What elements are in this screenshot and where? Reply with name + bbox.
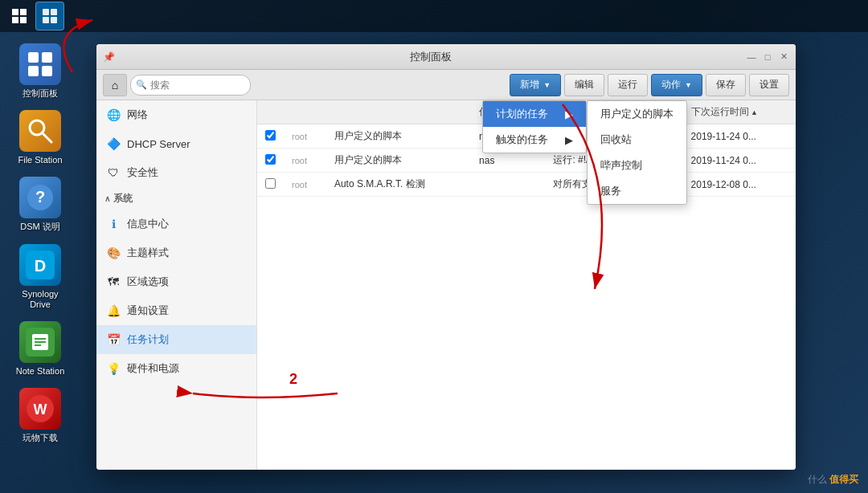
svg-text:?: ? — [35, 188, 45, 206]
window-title: 控制面板 — [115, 50, 746, 64]
action-menu-item-triggered[interactable]: 触发的任务 ▶ — [483, 127, 586, 153]
hardware-icon: 💡 — [106, 361, 121, 376]
taskplan-icon: 📅 — [106, 332, 121, 347]
sidebar-item-region-label: 区域选项 — [127, 275, 169, 289]
sidebar-item-infocenter[interactable]: ℹ 信息中心 — [96, 210, 256, 238]
svg-rect-9 — [42, 52, 52, 63]
action-menu-item-planned[interactable]: 计划的任务 ▶ — [483, 101, 586, 127]
controlpanel-icon — [19, 43, 61, 85]
sidebar-item-theme-label: 主题样式 — [127, 246, 169, 260]
col-nextrun[interactable]: 下次运行时间 — [683, 100, 796, 124]
sidebar: 🌐 网络 🔷 DHCP Server 🛡 安全性 ∧ 系统 ℹ 信息中 — [96, 100, 257, 470]
table-row[interactable]: root Auto S.M.A.R.T. 检测 对所有支持快速检... 2019… — [257, 173, 796, 197]
window-minimize-button[interactable]: — — [746, 51, 757, 63]
desktop-icon-dsmhelp[interactable]: ? DSM 说明 — [8, 173, 72, 235]
svg-rect-0 — [12, 9, 18, 15]
planned-label: 计划的任务 — [496, 107, 548, 121]
window-restore-button[interactable]: □ — [762, 51, 773, 63]
desktop-icon-filestation[interactable]: File Station — [8, 107, 72, 169]
new-dropdown-arrow: ▼ — [543, 81, 551, 89]
svg-rect-2 — [12, 17, 18, 23]
desktop-icon-youwu[interactable]: W 玩物下载 — [8, 385, 72, 446]
run-button[interactable]: 运行 — [608, 74, 648, 96]
desktop-icon-notestation[interactable]: Note Station — [8, 318, 72, 380]
sidebar-item-hardware[interactable]: 💡 硬件和电源 — [96, 354, 256, 383]
sidebar-item-dhcp[interactable]: 🔷 DHCP Server — [96, 129, 256, 158]
row-user-cell: root — [284, 173, 326, 197]
search-input[interactable] — [130, 75, 251, 96]
planned-arrow: ▶ — [565, 108, 573, 120]
watermark-prefix: 什么 — [808, 474, 827, 485]
main-content: 任务名称 动作 下次运行时间 root 用户定义的脚本 mail 运行: #!/… — [257, 100, 796, 470]
window-titlebar: 📌 控制面板 — □ ✕ — [96, 44, 796, 70]
youwu-icon: W — [19, 388, 61, 430]
col-enabled — [284, 100, 326, 124]
sidebar-item-security-label: 安全性 — [127, 165, 158, 180]
filestation-label: File Station — [18, 155, 62, 165]
synologydrive-icon: D — [19, 244, 61, 286]
sidebar-item-theme[interactable]: 🎨 主题样式 — [96, 238, 256, 267]
row-user-cell: root — [284, 124, 326, 149]
sub-menu-item-service[interactable]: 服务 — [588, 178, 686, 204]
sidebar-item-network[interactable]: 🌐 网络 — [96, 100, 256, 129]
settings-button-label: 设置 — [760, 78, 779, 92]
sidebar-item-notification[interactable]: 🔔 通知设置 — [96, 296, 256, 325]
notestation-label: Note Station — [16, 366, 65, 377]
svg-rect-3 — [20, 17, 27, 23]
row-user-cell: root — [284, 149, 326, 173]
row-type-cell: Auto S.M.A.R.T. 检测 — [326, 173, 471, 197]
window-body: 🌐 网络 🔷 DHCP Server 🛡 安全性 ∧ 系统 ℹ 信息中 — [96, 100, 796, 470]
svg-text:W: W — [34, 401, 47, 418]
desktop-icons-container: 控制面板 File Station ? DSM 说明 — [8, 40, 72, 446]
edit-button-label: 编辑 — [575, 78, 594, 92]
home-button[interactable]: ⌂ — [103, 74, 127, 96]
window-close-button[interactable]: ✕ — [778, 51, 789, 63]
system-collapse-icon[interactable]: ∧ — [104, 194, 110, 203]
row-checkbox[interactable] — [265, 178, 276, 189]
sub-menu-item-userscript[interactable]: 用户定义的脚本 — [588, 101, 686, 127]
window-pin[interactable]: 📌 — [103, 51, 115, 63]
row-nextrun-cell: 2019-11-24 0... — [683, 124, 796, 149]
row-checkbox[interactable] — [265, 154, 276, 165]
svg-rect-4 — [43, 9, 49, 15]
new-button-label: 新增 — [520, 78, 539, 92]
row-type-cell: 用户定义的脚本 — [326, 149, 471, 173]
sidebar-item-taskplan[interactable]: 📅 任务计划 — [96, 325, 256, 354]
sidebar-item-security[interactable]: 🛡 安全性 — [96, 158, 256, 187]
row-check-cell[interactable] — [257, 149, 284, 173]
row-check-cell[interactable] — [257, 173, 284, 197]
desktop-icon-synologydrive[interactable]: D Synology Drive — [8, 241, 72, 313]
sidebar-item-hardware-label: 硬件和电源 — [127, 361, 179, 376]
sidebar-item-region[interactable]: 🗺 区域选项 — [96, 267, 256, 296]
settings-button[interactable]: 设置 — [749, 74, 789, 96]
run-button-label: 运行 — [618, 78, 637, 92]
theme-icon: 🎨 — [106, 246, 121, 260]
window-controls: — □ ✕ — [746, 51, 789, 63]
svg-rect-11 — [42, 66, 52, 76]
triggered-label: 触发的任务 — [496, 132, 548, 147]
row-checkbox[interactable] — [265, 130, 276, 141]
sidebar-item-taskplan-label: 任务计划 — [127, 332, 169, 347]
taskbar-controlpanel-btn[interactable] — [35, 2, 64, 31]
watermark: 什么 值得买 — [808, 473, 858, 487]
start-menu-button[interactable] — [6, 3, 32, 29]
notestation-icon — [19, 321, 61, 363]
sidebar-item-dhcp-label: DHCP Server — [127, 138, 190, 150]
synologydrive-label: Synology Drive — [11, 289, 69, 310]
svg-rect-5 — [51, 9, 57, 15]
edit-button[interactable]: 编辑 — [564, 74, 604, 96]
sub-menu-item-beep[interactable]: 哔声控制 — [588, 153, 686, 178]
row-type-cell: 用户定义的脚本 — [326, 124, 471, 149]
action-dropdown-menu: 计划的任务 ▶ 触发的任务 ▶ — [482, 100, 587, 153]
svg-rect-8 — [28, 52, 39, 63]
region-icon: 🗺 — [106, 275, 121, 289]
pin-icon: 📌 — [103, 51, 115, 63]
new-button[interactable]: 新增 ▼ — [510, 74, 561, 96]
save-button[interactable]: 保存 — [706, 74, 746, 96]
action-button[interactable]: 动作 ▼ — [651, 74, 702, 96]
sub-menu-item-recycle[interactable]: 回收站 — [588, 127, 686, 153]
dhcp-icon: 🔷 — [106, 136, 121, 151]
desktop: 控制面板 File Station ? DSM 说明 — [0, 0, 868, 493]
row-check-cell[interactable] — [257, 124, 284, 149]
desktop-icon-controlpanel[interactable]: 控制面板 — [8, 40, 72, 102]
